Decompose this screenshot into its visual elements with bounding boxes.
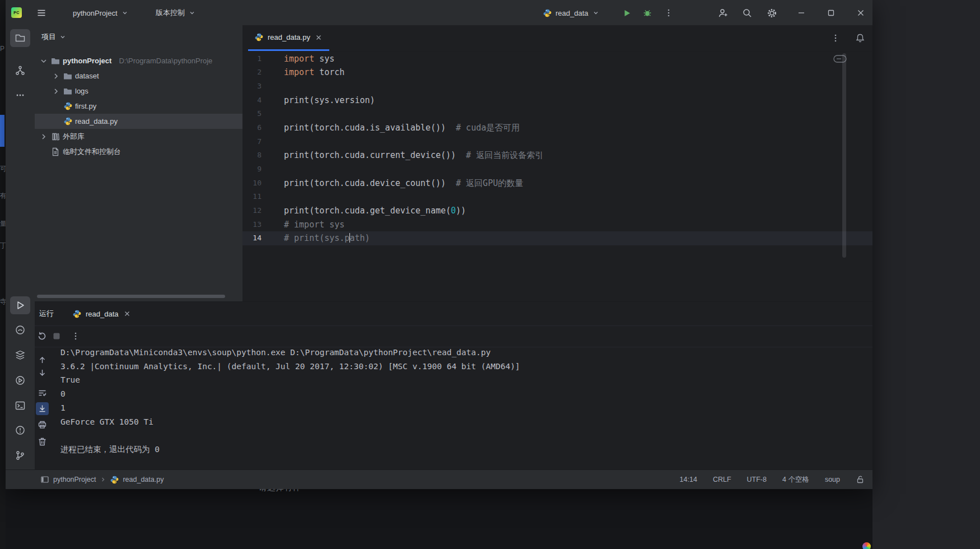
indent-widget[interactable]: 4 个空格 [782, 475, 809, 485]
tree-item-dataset[interactable]: dataset [35, 68, 242, 83]
python-console-tool-button[interactable] [10, 321, 30, 339]
console-gutter [35, 347, 52, 470]
code-editor[interactable]: 1import sys2import torch34print(sys.vers… [242, 52, 872, 246]
print-button[interactable] [36, 418, 49, 431]
code-line-10[interactable]: 10print(torch.cuda.device_count()) # 返回G… [242, 176, 872, 190]
console-output[interactable]: D:\ProgramData\Miniconda3\envs\soup\pyth… [60, 346, 864, 468]
code-text: print(sys.version) [284, 94, 375, 108]
run-panel-header: 运行 read_data [35, 302, 872, 326]
run-tool-window: 运行 read_data D:\ProgramData\Miniconda3\e… [35, 301, 872, 470]
close-button[interactable] [852, 4, 870, 21]
code-with-me-button[interactable] [714, 4, 732, 21]
tree-item-first-py[interactable]: first.py [35, 99, 242, 114]
minimize-button[interactable] [792, 4, 810, 21]
chevron-collapsed-icon[interactable] [39, 132, 48, 141]
code-line-6[interactable]: 6print(torch.cuda.is_available()) # cuda… [242, 121, 872, 135]
scroll-down-button[interactable] [36, 366, 49, 379]
vcs-menu[interactable]: 版本控制 [150, 4, 201, 21]
horizontal-scrollbar[interactable] [37, 295, 225, 298]
code-line-9[interactable]: 9 [242, 162, 872, 176]
editor-tab-bar: read_data.py [242, 25, 872, 52]
search-everywhere-button[interactable] [738, 4, 756, 21]
python-console-icon [15, 324, 26, 336]
more-tool-windows-tool-button[interactable] [10, 86, 30, 104]
version-control-icon [15, 450, 26, 461]
tree-item-read-data-py[interactable]: read_data.py [35, 114, 242, 129]
tab-read-data-py[interactable]: read_data.py [248, 25, 329, 51]
project-menu[interactable]: pythonProject [67, 4, 134, 21]
run-tool-button[interactable] [10, 296, 30, 314]
breadcrumb-project[interactable]: pythonProject [53, 476, 96, 483]
project-panel-header[interactable]: 项目 [35, 25, 242, 49]
line-number: 14 [242, 231, 262, 245]
caret-position-widget[interactable]: 14:14 [680, 476, 697, 483]
code-line-12[interactable]: 12print(torch.cuda.get_device_name(0)) [242, 204, 872, 218]
version-control-tool-button[interactable] [10, 446, 30, 464]
python-icon [73, 310, 81, 318]
code-line-13[interactable]: 13# import sys [242, 218, 872, 232]
problems-tool-button[interactable] [10, 421, 30, 439]
tool-window-layout-icon[interactable] [40, 475, 49, 484]
run-icon [622, 8, 632, 18]
notifications-button[interactable] [852, 30, 868, 46]
code-line-7[interactable]: 7 [242, 135, 872, 149]
tree-item-external-libraries[interactable]: 外部库 [35, 129, 242, 144]
tree-item-project-root[interactable]: pythonProjectD:\ProgramData\pythonProje [35, 53, 242, 68]
run-configuration-selector[interactable]: read_data [538, 4, 605, 21]
scroll-up-button[interactable] [36, 353, 49, 366]
main-menu-button[interactable] [32, 4, 50, 21]
interpreter-widget[interactable]: soup [825, 476, 840, 483]
stop-icon [52, 332, 61, 341]
project-tool-button[interactable] [10, 29, 30, 47]
chevron-expanded-icon[interactable] [39, 57, 48, 66]
code-line-14[interactable]: 14# print(sys.path) [242, 231, 872, 245]
tree-item-logs[interactable]: logs [35, 83, 242, 99]
chevron-spacer [52, 102, 60, 111]
code-text: print(torch.cuda.device_count()) # 返回GPU… [284, 176, 523, 190]
breadcrumb-file[interactable]: read_data.py [123, 476, 164, 483]
run-tab-read-data[interactable]: read_data [66, 302, 138, 325]
line-number: 12 [242, 204, 262, 218]
code-line-1[interactable]: 1import sys [242, 52, 872, 66]
tree-item-label: read_data.py [75, 117, 118, 125]
code-line-11[interactable]: 11 [242, 190, 872, 204]
scroll-to-end-button[interactable] [36, 402, 49, 415]
gear-icon [767, 8, 777, 18]
close-tab-icon[interactable] [123, 310, 131, 318]
settings-button[interactable] [763, 4, 781, 21]
code-line-8[interactable]: 8print(torch.cuda.current_device()) # 返回… [242, 148, 872, 162]
code-line-5[interactable]: 5 [242, 107, 872, 121]
tree-item-label: first.py [75, 102, 96, 110]
kebab-menu-icon [831, 34, 840, 43]
close-tab-icon[interactable] [315, 34, 323, 41]
bell-icon [855, 33, 865, 43]
scroll-up-icon [38, 355, 47, 365]
lock-open-icon[interactable] [856, 475, 865, 484]
code-line-4[interactable]: 4print(sys.version) [242, 94, 872, 108]
code-line-2[interactable]: 2import torch [242, 66, 872, 80]
soft-wrap-button[interactable] [36, 387, 49, 399]
more-actions-button[interactable] [660, 4, 678, 21]
terminal-tool-button[interactable] [10, 397, 30, 415]
close-icon [856, 8, 866, 18]
rerun-button[interactable] [35, 329, 49, 343]
editor-options-button[interactable] [828, 30, 843, 46]
desktop: { "title_bar": { "logo_text": "PC", "pro… [0, 0, 980, 549]
console-options-button[interactable] [68, 329, 83, 343]
chevron-collapsed-icon[interactable] [52, 72, 60, 81]
chevron-collapsed-icon[interactable] [52, 87, 60, 96]
line-separator-widget[interactable]: CRLF [713, 476, 731, 483]
code-line-3[interactable]: 3 [242, 80, 872, 94]
maximize-button[interactable] [822, 4, 840, 21]
clear-all-button[interactable] [36, 435, 49, 448]
structure-tool-button[interactable] [10, 62, 30, 80]
run-button[interactable] [618, 4, 636, 21]
stop-button[interactable] [49, 329, 64, 343]
background-window-right [872, 0, 980, 549]
play-circle-tool-button[interactable] [10, 371, 30, 389]
services-tool-button[interactable] [10, 346, 30, 364]
editor-scrollbar[interactable] [842, 53, 846, 258]
tree-item-scratches-consoles[interactable]: 临时文件和控制台 [35, 144, 242, 159]
encoding-widget[interactable]: UTF-8 [747, 476, 767, 483]
debug-button[interactable] [638, 4, 656, 21]
